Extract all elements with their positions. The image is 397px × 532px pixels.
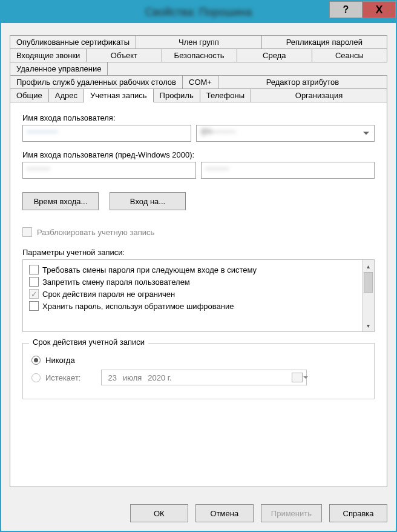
tab-account[interactable]: Учетная запись — [84, 88, 154, 102]
account-options-box: Требовать смены пароля при следующем вхо… — [22, 259, 375, 332]
cancel-button[interactable]: Отмена — [195, 504, 254, 522]
expiry-date-label: Истекает: — [45, 373, 80, 382]
close-button[interactable]: X — [363, 1, 396, 18]
help-button-footer[interactable]: Справка — [329, 504, 387, 522]
client-area: Опубликованные сертификаты Член групп Ре… — [1, 23, 396, 496]
logon-name-label: Имя входа пользователя: — [22, 113, 375, 122]
tab-sessions[interactable]: Сеансы — [312, 48, 387, 62]
tab-remote-control[interactable]: Удаленное управление — [10, 62, 108, 76]
logon-domain-combo[interactable]: @k——— — [196, 125, 375, 142]
tab-password-replication[interactable]: Репликация паролей — [262, 35, 387, 49]
tab-telephones[interactable]: Телефоны — [200, 88, 251, 102]
tab-dialin[interactable]: Входящие звонки — [10, 48, 87, 62]
tab-rds-profile[interactable]: Профиль служб удаленных рабочих столов — [10, 75, 183, 89]
expiry-date-year: 2020 г. — [148, 373, 171, 382]
opt-cannot-change-pwd[interactable]: Запретить смену пароля пользователем — [25, 276, 359, 288]
account-options-list: Требовать смены пароля при следующем вхо… — [23, 260, 362, 331]
account-expiry-legend: Срок действия учетной записи — [29, 337, 148, 347]
opt-reversible-encryption[interactable]: Хранить пароль, используя обратимое шифр… — [25, 300, 359, 312]
tab-organization[interactable]: Организация — [251, 88, 387, 102]
logon-name-value: ———— — [27, 127, 58, 136]
titlebar: Свойства: Порошина ? X — [1, 1, 396, 23]
scroll-down-button[interactable]: ▾ — [363, 319, 374, 331]
tab-published-certs[interactable]: Опубликованные сертификаты — [10, 35, 136, 49]
scroll-thumb[interactable] — [364, 272, 373, 293]
tab-general[interactable]: Общие — [10, 88, 49, 102]
expiry-never-radio[interactable] — [31, 356, 41, 365]
expiry-date-picker[interactable]: 23 июля 2020 г. — [101, 370, 307, 385]
account-expiry-fieldset: Срок действия учетной записи Никогда Ист… — [22, 343, 375, 399]
tab-environment[interactable]: Среда — [237, 48, 312, 62]
calendar-icon[interactable] — [292, 373, 303, 382]
logon-hours-button[interactable]: Время входа... — [22, 192, 99, 210]
account-panel: Имя входа пользователя: ———— @k——— Имя в… — [10, 102, 387, 487]
opt-never-expires-checkbox[interactable] — [29, 289, 39, 299]
window-title: Свойства: Порошина — [145, 6, 252, 19]
opt-reversible-checkbox[interactable] — [29, 301, 39, 311]
opt-cannot-change-checkbox[interactable] — [29, 277, 39, 287]
opt-pwd-never-expires[interactable]: Срок действия пароля не ограничен — [25, 288, 359, 300]
scroll-up-button[interactable]: ▴ — [363, 260, 374, 272]
opt-never-expires-label: Срок действия пароля не ограничен — [42, 290, 175, 299]
prewin-user-input[interactable]: ——— — [201, 162, 375, 179]
tab-attribute-editor[interactable]: Редактор атрибутов — [218, 75, 387, 89]
expiry-date-radio[interactable] — [31, 373, 41, 382]
tab-strip: Опубликованные сертификаты Член групп Ре… — [10, 35, 387, 102]
ok-button[interactable]: ОК — [130, 504, 188, 522]
dialog-footer: ОК Отмена Применить Справка — [1, 496, 396, 531]
unlock-account-label: Разблокировать учетную запись — [37, 228, 154, 237]
opt-reversible-label: Хранить пароль, используя обратимое шифр… — [42, 302, 234, 311]
unlock-account-checkbox — [22, 227, 32, 237]
expiry-never-label: Никогда — [45, 356, 75, 365]
tab-member-of[interactable]: Член групп — [136, 35, 261, 49]
logon-name-input[interactable]: ———— — [22, 125, 191, 142]
options-scrollbar[interactable]: ▴ ▾ — [362, 260, 374, 331]
tab-security[interactable]: Безопасность — [162, 48, 237, 62]
expiry-date-day: 23 — [108, 373, 116, 382]
properties-window: Свойства: Порошина ? X Опубликованные се… — [0, 0, 397, 532]
log-on-to-button[interactable]: Вход на... — [110, 192, 186, 210]
prewin-domain-value: ——— — [27, 164, 50, 173]
expiry-date-month: июля — [123, 373, 142, 382]
help-button[interactable]: ? — [329, 1, 363, 18]
scroll-track[interactable] — [363, 272, 374, 319]
account-options-label: Параметры учетной записи: — [22, 248, 375, 257]
opt-change-pwd-checkbox[interactable] — [29, 265, 39, 274]
prewin-label: Имя входа пользователя (пред-Windows 200… — [22, 150, 375, 159]
tab-object[interactable]: Объект — [87, 48, 162, 62]
opt-change-pwd-label: Требовать смены пароля при следующем вхо… — [42, 265, 257, 274]
opt-change-pwd-next-logon[interactable]: Требовать смены пароля при следующем вхо… — [25, 264, 359, 276]
logon-domain-value: @k——— — [200, 127, 236, 136]
prewin-user-value: ——— — [205, 164, 229, 173]
tab-profile[interactable]: Профиль — [154, 88, 200, 102]
help-icon: ? — [343, 4, 349, 15]
tab-com-plus[interactable]: COM+ — [183, 75, 218, 89]
tab-address[interactable]: Адрес — [49, 88, 84, 102]
close-icon: X — [375, 4, 382, 16]
opt-cannot-change-label: Запретить смену пароля пользователем — [42, 278, 190, 287]
apply-button[interactable]: Применить — [261, 504, 322, 522]
prewin-domain-input[interactable]: ——— — [22, 162, 196, 179]
